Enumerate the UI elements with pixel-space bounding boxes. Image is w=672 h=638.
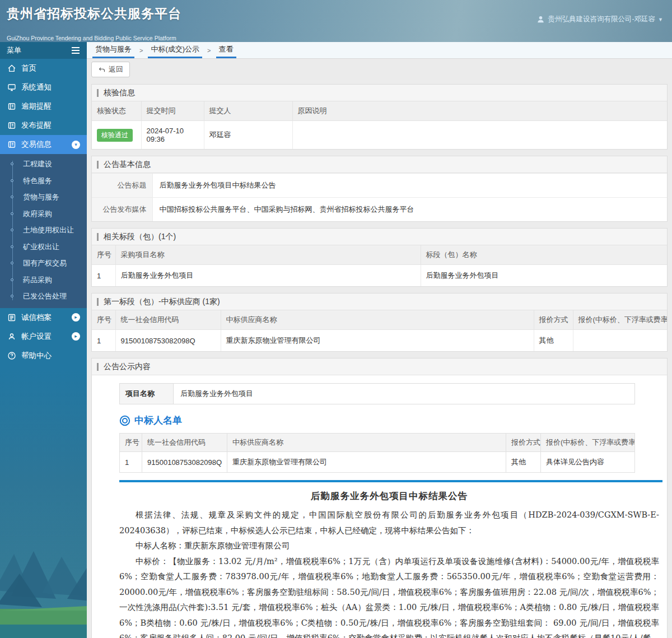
back-button[interactable]: 返回 [91,62,130,77]
sidebar-subitem-mining-rights[interactable]: 矿业权出让 [0,239,87,255]
cell-index: 1 [92,265,115,287]
sidebar-subitem-published-notices[interactable]: 已发公告处理 [0,288,87,305]
list-icon [7,313,16,322]
col-header: 序号 [92,310,115,330]
sidebar-subitem-land-use[interactable]: 土地使用权出让 [0,222,87,239]
app-header: 贵州省招标投标公共服务平台 GuiZhou Province Tendering… [0,0,672,42]
section-accent [97,89,99,97]
cell-index: 1 [120,452,142,473]
col-header: 报价(中标价、下浮率或费率) [573,310,667,330]
sidebar: 菜单 首页 系统通知 逾期提醒 发布提醒 交易信息 ▾ 工程建设 特色服务 [0,42,87,638]
table-row: 核验通过 2024-07-10 09:36 邓廷容 [92,121,667,150]
bullet-icon [11,179,13,182]
document-icon [7,102,16,111]
sidebar-item-overdue-reminder[interactable]: 逾期提醒 [0,97,87,116]
sidebar-subitem-goods-services[interactable]: 货物与服务 [0,189,87,206]
hamburger-icon[interactable] [71,46,80,54]
sidebar-subitem-engineering[interactable]: 工程建设 [0,156,87,173]
breadcrumb-view[interactable]: 查看 [216,42,236,58]
document-icon [7,121,16,130]
sidebar-item-credit-archive[interactable]: 诚信档案 ▸ [0,308,87,327]
table-row: 1 91500108753082098Q 重庆新东原物业管理有限公司 其他 [92,330,667,352]
chevron-right-icon: ▸ [72,313,80,322]
cell-reason [292,121,667,150]
section-first-lot-winner: 第一标段（包）-中标供应商 (1家) 序号 统一社会信用代码 中标供应商名称 报… [91,293,668,352]
sidebar-item-label: 首页 [21,63,36,73]
sidebar-subitem-gov-procurement[interactable]: 政府采购 [0,206,87,222]
bullet-icon [11,195,13,198]
sidebar-item-account-settings[interactable]: 帐户设置 ▸ [0,327,87,346]
status-badge: 核验通过 [97,129,133,142]
sidebar-item-publish-reminder[interactable]: 发布提醒 [0,116,87,135]
bullet-icon [11,245,13,248]
table-row: 公告发布媒体 中国招标投标公共服务平台、中国采购与招标网、贵州省招标投标公共服务… [92,198,667,222]
announcement-paragraph: 根据法律、法规、规章及采购文件的规定，中国国际航空股份有限公司的后勤服务业务外包… [119,507,659,538]
col-header: 序号 [120,434,142,452]
section-notice-content: 公告公示内容 项目名称 后勤服务业务外包项目 中标人名单 序号 统一社会 [91,358,668,638]
value-notice-title: 后勤服务业务外包项目中标结果公告 [152,174,667,198]
cell-project-name: 后勤服务业务外包项目 [115,265,421,287]
section-title: 核验信息 [104,88,135,98]
table-row: 1 后勤服务业务外包项目 后勤服务业务外包项目 [92,265,667,287]
col-header: 标段（包）名称 [421,245,667,265]
cell-lot-name: 后勤服务业务外包项目 [421,265,667,287]
announcement-paragraph: 中标人名称：重庆新东原物业管理有限公司 [119,538,659,554]
sidebar-subitem-featured[interactable]: 特色服务 [0,173,87,189]
user-icon [536,15,545,24]
sidebar-item-system-notice[interactable]: 系统通知 [0,78,87,97]
announcement-title: 后勤服务业务外包项目中标结果公告 [119,490,659,502]
divider-bar [119,480,662,482]
cell-submit-time: 2024-07-10 09:36 [141,121,204,150]
value-publish-media: 中国招标投标公共服务平台、中国采购与招标网、贵州省招标投标公共服务平台 [152,198,667,222]
table-row: 公告标题 后勤服务业务外包项目中标结果公告 [92,174,667,198]
section-title: 公告基本信息 [104,160,151,170]
cell-supplier-name: 重庆新东原物业管理有限公司 [221,330,534,352]
breadcrumb: 货物与服务 > 中标(成交)公示 > 查看 [87,42,672,59]
section-related-lots: 相关标段（包）(1个) 序号 采购项目名称 标段（包）名称 1 后勤服务业务外包… [91,228,668,287]
bullet-icon [11,278,13,281]
sidebar-item-label: 逾期提醒 [21,101,52,111]
cell-index: 1 [92,330,115,352]
sidebar-item-label: 发布提醒 [21,120,52,131]
section-title: 相关标段（包）(1个) [104,232,176,242]
sidebar-item-trade-info[interactable]: 交易信息 ▾ [0,135,87,154]
announcement-body: 后勤服务业务外包项目中标结果公告 根据法律、法规、规章及采购文件的规定，中国国际… [119,490,662,638]
col-header: 采购项目名称 [115,245,421,265]
breadcrumb-goods-services[interactable]: 货物与服务 [92,42,134,58]
user-menu[interactable]: 贵州弘典建设咨询有限公司-邓廷容 ▼ [536,15,663,24]
col-header: 报价(中标价、下浮率或费率) [541,434,635,452]
col-header: 报价方式 [506,434,541,452]
sidebar-subitem-state-property[interactable]: 国有产权交易 [0,255,87,272]
sidebar-item-label: 交易信息 [21,139,52,150]
target-icon [119,415,130,426]
menu-label: 菜单 [7,45,21,55]
sidebar-menu-bar: 菜单 [0,42,87,59]
bullet-icon [11,212,13,215]
home-icon [7,64,16,73]
breadcrumb-separator: > [134,42,148,58]
section-accent [97,161,99,169]
sidebar-subitem-drug-procurement[interactable]: 药品采购 [0,272,87,288]
section-title: 公告公示内容 [104,362,151,372]
label-publish-media: 公告发布媒体 [92,198,152,222]
sidebar-nav: 首页 系统通知 逾期提醒 发布提醒 交易信息 ▾ 工程建设 特色服务 货物与服务… [0,59,87,365]
section-accent [97,233,99,241]
bullet-icon [11,262,13,264]
cell-credit-code: 91500108753082098Q [142,452,227,473]
col-header: 统一社会信用代码 [142,434,227,452]
cell-verify-status: 核验通过 [92,121,141,150]
sidebar-item-home[interactable]: 首页 [0,59,87,78]
col-header: 中标供应商名称 [227,434,506,452]
col-header: 提交人 [204,101,292,121]
bullet-icon [11,295,13,297]
section-verify-info: 核验信息 核验状态 提交时间 提交人 原因说明 核验通过 2024-07-10 … [91,84,668,150]
cell-credit-code: 91500108753082098Q [115,330,221,352]
breadcrumb-award-publicity[interactable]: 中标(成交)公示 [148,42,202,58]
col-header: 核验状态 [92,101,141,121]
cell-supplier-name: 重庆新东原物业管理有限公司 [227,452,506,473]
sidebar-item-help-center[interactable]: 帮助中心 [0,346,87,365]
sidebar-landscape-image [0,506,87,638]
back-icon [98,66,106,73]
main-content: 货物与服务 > 中标(成交)公示 > 查看 返回 核验信息 核验状态 提交时间 … [87,42,672,638]
cell-quote-type: 其他 [534,330,573,352]
